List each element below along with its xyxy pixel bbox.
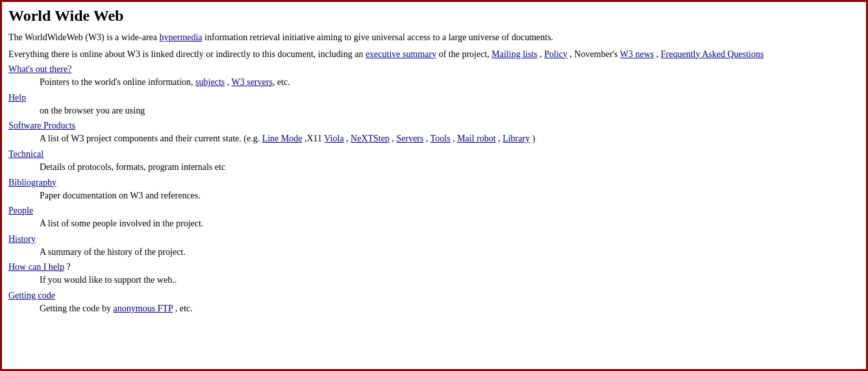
technical-desc: Details of protocols, formats, program i… bbox=[40, 161, 860, 174]
tools-link[interactable]: Tools bbox=[430, 134, 451, 143]
getting-code-desc: Getting the code by anonymous FTP , etc. bbox=[40, 302, 860, 315]
technical-link[interactable]: Technical bbox=[8, 149, 43, 159]
line-mode-link[interactable]: Line Mode bbox=[262, 134, 303, 143]
anonymous-ftp-link[interactable]: anonymous FTP bbox=[114, 304, 173, 313]
subjects-link[interactable]: subjects bbox=[195, 77, 225, 87]
hypermedia-link[interactable]: hypermedia bbox=[160, 32, 203, 42]
getting-code-link[interactable]: Getting code bbox=[8, 291, 55, 300]
history-desc: A summary of the history of the project. bbox=[40, 246, 860, 259]
bibliography-desc: Paper documentation on W3 and references… bbox=[40, 189, 860, 202]
w3-servers-link[interactable]: W3 servers bbox=[231, 77, 272, 87]
help-link[interactable]: Help bbox=[8, 93, 26, 102]
mail-robot-link[interactable]: Mail robot bbox=[457, 134, 496, 143]
section-how-can-i-help: How can I help ?If you would like to sup… bbox=[8, 262, 860, 287]
how-can-i-help-link[interactable]: How can I help bbox=[8, 262, 64, 272]
nextstep-link[interactable]: NeXTStep bbox=[351, 134, 390, 143]
section-history: HistoryA summary of the history of the p… bbox=[8, 234, 860, 259]
software-products-desc: A list of W3 project components and thei… bbox=[40, 132, 860, 145]
intro-paragraph-1: The WorldWideWeb (W3) is a wide-area hyp… bbox=[8, 31, 860, 44]
executive-summary-link[interactable]: executive summary bbox=[366, 49, 436, 59]
section-software-products: Software ProductsA list of W3 project co… bbox=[8, 121, 860, 145]
people-link[interactable]: People bbox=[8, 206, 33, 215]
section-help: Helpon the browser you are using bbox=[8, 93, 860, 117]
section-whats-out-there: What's out there?Pointers to the world's… bbox=[8, 64, 860, 89]
servers-link[interactable]: Servers bbox=[396, 134, 423, 143]
w3news-link[interactable]: W3 news bbox=[620, 49, 654, 59]
intro2-mid3: , November's bbox=[567, 49, 620, 59]
intro2-mid2: , bbox=[538, 49, 545, 59]
mailing-lists-link[interactable]: Mailing lists bbox=[491, 49, 537, 59]
section-bibliography: BibliographyPaper documentation on W3 an… bbox=[8, 178, 860, 202]
viola-link[interactable]: Viola bbox=[324, 134, 343, 143]
intro1-text: The WorldWideWeb (W3) is a wide-area bbox=[8, 32, 160, 42]
faq-link[interactable]: Frequently Asked Questions bbox=[661, 49, 764, 59]
sections-container: What's out there?Pointers to the world's… bbox=[8, 64, 860, 315]
page-title: World Wide Web bbox=[8, 7, 860, 25]
history-link[interactable]: History bbox=[8, 234, 36, 244]
how-can-i-help-link-suffix: ? bbox=[64, 262, 71, 272]
whats-out-there-desc: Pointers to the world's online informati… bbox=[40, 76, 860, 89]
software-products-link[interactable]: Software Products bbox=[8, 121, 75, 130]
intro1-rest: information retrieval initiative aiming … bbox=[203, 32, 554, 42]
policy-link[interactable]: Policy bbox=[544, 49, 567, 59]
bibliography-link[interactable]: Bibliography bbox=[8, 178, 56, 187]
section-people: PeopleA list of some people involved in … bbox=[8, 206, 860, 230]
intro2-mid4: , bbox=[654, 49, 661, 59]
section-technical: TechnicalDetails of protocols, formats, … bbox=[8, 149, 860, 174]
intro-paragraph-2: Everything there is online about W3 is l… bbox=[8, 48, 860, 61]
how-can-i-help-desc: If you would like to support the web.. bbox=[40, 274, 860, 287]
help-desc: on the browser you are using bbox=[40, 104, 860, 117]
intro2-mid1: of the project, bbox=[436, 49, 491, 59]
library-link[interactable]: Library bbox=[502, 134, 530, 143]
intro2-start: Everything there is online about W3 is l… bbox=[8, 49, 366, 59]
people-desc: A list of some people involved in the pr… bbox=[40, 217, 860, 230]
whats-out-there-link[interactable]: What's out there? bbox=[8, 64, 71, 74]
section-getting-code: Getting codeGetting the code by anonymou… bbox=[8, 291, 860, 315]
